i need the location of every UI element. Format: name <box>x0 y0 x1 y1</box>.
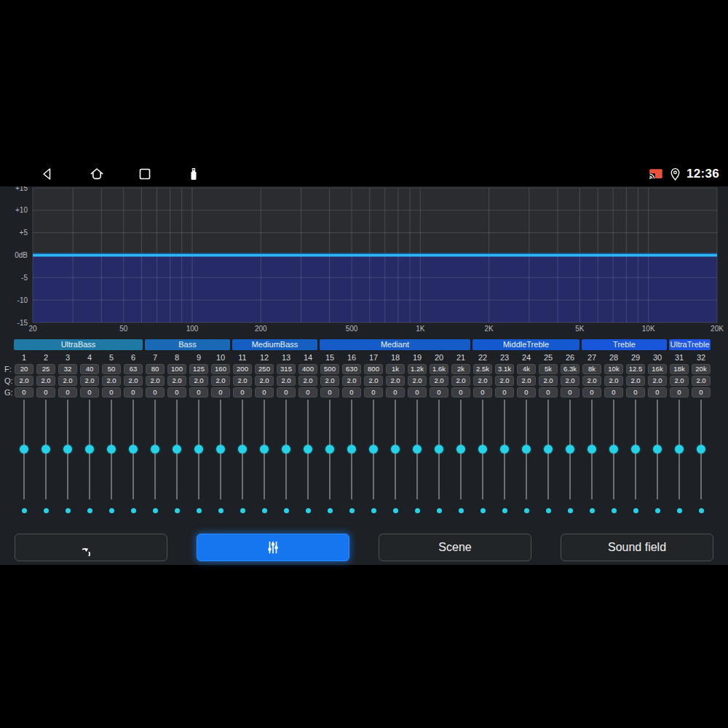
q-value-box[interactable]: 2.0 <box>604 376 623 386</box>
equalizer-button[interactable] <box>197 534 349 561</box>
freq-value-box[interactable]: 1k <box>386 364 405 374</box>
freq-value-box[interactable]: 18k <box>670 364 689 374</box>
freq-value-box[interactable]: 32 <box>58 364 77 374</box>
slider-knob[interactable] <box>282 445 290 454</box>
q-value-box[interactable]: 2.0 <box>298 376 317 386</box>
slider-knob[interactable] <box>151 445 159 454</box>
band-slider[interactable] <box>690 399 712 501</box>
freq-value-box[interactable]: 8k <box>582 364 601 374</box>
gain-value-box[interactable]: 0 <box>692 387 711 397</box>
band-slider[interactable] <box>253 399 275 501</box>
slider-knob[interactable] <box>697 445 705 454</box>
slider-knob[interactable] <box>238 445 247 454</box>
q-value-box[interactable]: 2.0 <box>582 376 601 386</box>
band-slider[interactable] <box>384 399 406 501</box>
band-slider[interactable] <box>428 399 450 501</box>
freq-value-box[interactable]: 6.3k <box>561 364 579 374</box>
band-slider[interactable] <box>188 399 210 501</box>
band-slider[interactable] <box>319 399 341 501</box>
q-value-box[interactable]: 2.0 <box>430 376 448 386</box>
slider-knob[interactable] <box>587 445 596 454</box>
q-value-box[interactable]: 2.0 <box>102 376 121 386</box>
q-value-box[interactable]: 2.0 <box>146 376 165 386</box>
gain-value-box[interactable]: 0 <box>255 387 274 397</box>
freq-value-box[interactable]: 10k <box>604 364 623 374</box>
gain-value-box[interactable]: 0 <box>58 387 77 397</box>
slider-knob[interactable] <box>500 445 509 454</box>
freq-value-box[interactable]: 800 <box>364 364 383 374</box>
slider-knob[interactable] <box>609 445 618 454</box>
freq-value-box[interactable]: 2.5k <box>473 364 492 374</box>
slider-knob[interactable] <box>216 445 225 454</box>
slider-knob[interactable] <box>544 445 553 454</box>
gain-value-box[interactable]: 0 <box>451 387 470 397</box>
q-value-box[interactable]: 2.0 <box>473 376 492 386</box>
band-slider[interactable] <box>57 399 79 501</box>
q-value-box[interactable]: 2.0 <box>80 376 99 386</box>
slider-knob[interactable] <box>325 445 334 454</box>
slider-knob[interactable] <box>653 445 662 454</box>
gain-value-box[interactable]: 0 <box>670 387 689 397</box>
gain-value-box[interactable]: 0 <box>561 387 579 397</box>
gain-value-box[interactable]: 0 <box>146 387 165 397</box>
gain-value-box[interactable]: 0 <box>233 387 252 397</box>
q-value-box[interactable]: 2.0 <box>189 376 208 386</box>
q-value-box[interactable]: 2.0 <box>364 376 383 386</box>
gain-value-box[interactable]: 0 <box>167 387 186 397</box>
sound-field-button[interactable]: Sound field <box>561 534 713 561</box>
gain-value-box[interactable]: 0 <box>408 387 427 397</box>
q-value-box[interactable]: 2.0 <box>277 376 296 386</box>
gain-value-box[interactable]: 0 <box>495 387 514 397</box>
gain-value-box[interactable]: 0 <box>539 387 558 397</box>
band-slider[interactable] <box>668 399 690 501</box>
q-value-box[interactable]: 2.0 <box>255 376 274 386</box>
slider-knob[interactable] <box>413 445 422 454</box>
slider-knob[interactable] <box>304 445 312 454</box>
q-value-box[interactable]: 2.0 <box>36 376 55 386</box>
gain-value-box[interactable]: 0 <box>430 387 448 397</box>
gain-value-box[interactable]: 0 <box>298 387 317 397</box>
freq-value-box[interactable]: 80 <box>146 364 165 374</box>
band-slider[interactable] <box>275 399 297 501</box>
q-value-box[interactable]: 2.0 <box>233 376 252 386</box>
q-value-box[interactable]: 2.0 <box>342 376 361 386</box>
band-slider[interactable] <box>210 399 232 501</box>
slider-knob[interactable] <box>435 445 443 454</box>
freq-value-box[interactable]: 50 <box>102 364 121 374</box>
gain-value-box[interactable]: 0 <box>517 387 536 397</box>
band-slider[interactable] <box>581 399 603 501</box>
freq-value-box[interactable]: 250 <box>255 364 274 374</box>
band-slider[interactable] <box>144 399 166 501</box>
slider-knob[interactable] <box>260 445 269 454</box>
freq-value-box[interactable]: 5k <box>539 364 558 374</box>
freq-value-box[interactable]: 400 <box>298 364 317 374</box>
freq-value-box[interactable]: 63 <box>124 364 143 374</box>
slider-knob[interactable] <box>347 445 356 454</box>
band-slider[interactable] <box>494 399 515 501</box>
slider-knob[interactable] <box>391 445 400 454</box>
gain-value-box[interactable]: 0 <box>320 387 339 397</box>
slider-knob[interactable] <box>522 445 531 454</box>
gain-value-box[interactable]: 0 <box>582 387 601 397</box>
gain-value-box[interactable]: 0 <box>604 387 623 397</box>
gain-value-box[interactable]: 0 <box>102 387 121 397</box>
q-value-box[interactable]: 2.0 <box>320 376 339 386</box>
band-slider[interactable] <box>646 399 668 501</box>
freq-value-box[interactable]: 1.2k <box>408 364 427 374</box>
q-value-box[interactable]: 2.0 <box>15 376 33 386</box>
slider-knob[interactable] <box>631 445 640 454</box>
gain-value-box[interactable]: 0 <box>36 387 55 397</box>
band-slider[interactable] <box>625 399 646 501</box>
q-value-box[interactable]: 2.0 <box>648 376 667 386</box>
band-slider[interactable] <box>472 399 494 501</box>
gain-value-box[interactable]: 0 <box>211 387 230 397</box>
freq-value-box[interactable]: 160 <box>211 364 230 374</box>
scene-button[interactable]: Scene <box>379 534 531 561</box>
band-slider[interactable] <box>100 399 122 501</box>
freq-value-box[interactable]: 4k <box>517 364 536 374</box>
gain-value-box[interactable]: 0 <box>473 387 492 397</box>
gain-value-box[interactable]: 0 <box>189 387 208 397</box>
q-value-box[interactable]: 2.0 <box>124 376 143 386</box>
slider-knob[interactable] <box>107 445 116 454</box>
band-slider[interactable] <box>450 399 472 501</box>
